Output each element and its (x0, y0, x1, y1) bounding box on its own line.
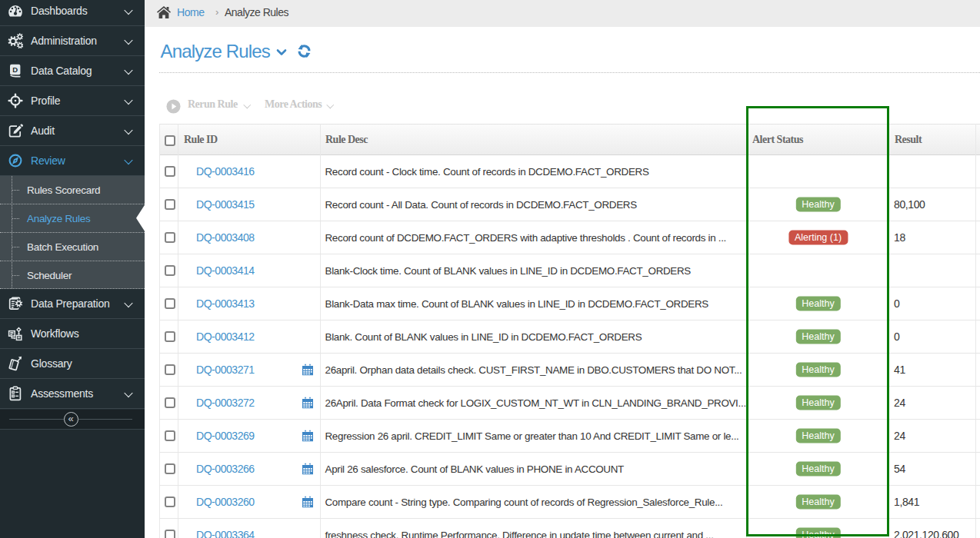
svg-text:D: D (12, 65, 18, 74)
